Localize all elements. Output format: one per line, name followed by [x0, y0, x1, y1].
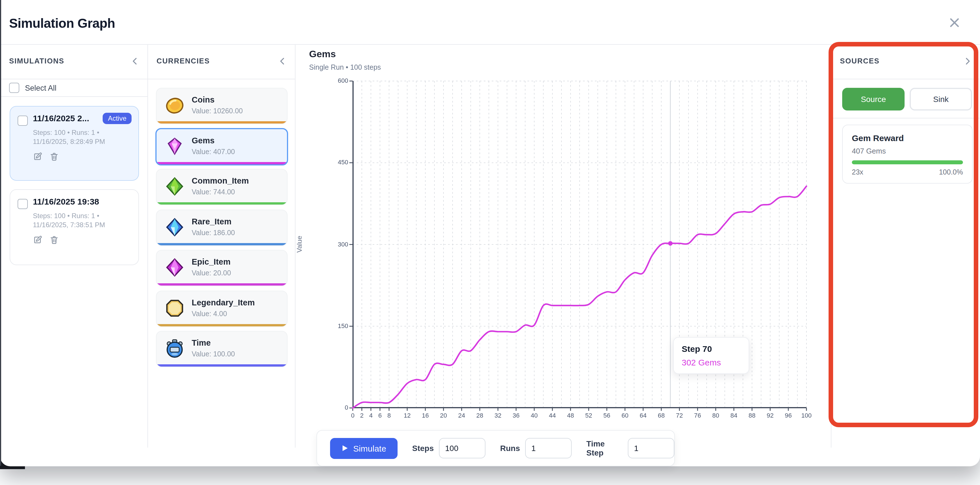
edit-icon: [33, 238, 43, 246]
y-tick-label: 300: [330, 241, 348, 247]
close-button[interactable]: [947, 15, 962, 30]
simulation-title: 11/16/2025 19:38: [33, 197, 99, 206]
currency-name: Time: [192, 338, 211, 347]
collapse-currencies-button[interactable]: [278, 57, 287, 66]
x-tick-label: 100: [799, 412, 814, 419]
currency-card-coins[interactable]: Coins Value: 10260.00: [156, 88, 288, 124]
currency-value: Value: 186.00: [192, 229, 235, 237]
chevron-right-icon: [963, 59, 972, 67]
currency-card-legendary-item[interactable]: Legendary_Item Value: 4.00: [156, 291, 288, 327]
divider: [0, 96, 148, 97]
x-tick-label: 76: [690, 412, 705, 419]
modal-header: Simulation Graph: [0, 0, 980, 45]
select-all-checkbox[interactable]: [9, 83, 19, 93]
currency-value: Value: 10260.00: [192, 107, 243, 115]
chevron-left-icon: [278, 59, 287, 67]
y-tick-label: 150: [330, 322, 348, 329]
simulations-panel-title: SIMULATIONS: [9, 57, 64, 65]
sources-panel-header: SOURCES: [831, 44, 980, 79]
x-tick-label: 36: [509, 412, 523, 419]
select-all-row: Select All: [9, 83, 56, 93]
x-tick-label: 72: [672, 412, 687, 419]
currency-card-time[interactable]: Time Value: 100.00: [156, 331, 288, 367]
currency-color-bar: [156, 243, 287, 245]
currency-color-bar: [156, 202, 287, 204]
currency-value: Value: 407.00: [192, 148, 235, 156]
source-tab[interactable]: Source: [842, 88, 905, 111]
time-step-input[interactable]: [628, 438, 674, 458]
divider: [831, 79, 980, 79]
x-tick-label: 28: [473, 412, 487, 419]
page-title: Simulation Graph: [9, 16, 115, 31]
simulation-title: 11/16/2025 2...: [33, 113, 89, 123]
y-axis-label: Value: [296, 236, 304, 253]
simulation-checkbox[interactable]: [18, 116, 28, 126]
x-tick-label: 84: [727, 412, 741, 419]
coin-icon: [164, 95, 185, 119]
x-tick-label: 40: [527, 412, 542, 419]
currencies-panel-title: CURRENCIES: [156, 57, 210, 65]
simulation-card-active[interactable]: 11/16/2025 2... Active Steps: 100 • Runs…: [10, 106, 139, 181]
simulation-meta: Steps: 100 • Runs: 1 • 11/16/2025, 8:28:…: [33, 128, 105, 146]
y-tick-label: 450: [330, 159, 348, 166]
currency-name: Coins: [192, 95, 215, 104]
currency-value: Value: 744.00: [192, 188, 235, 196]
source-item-gem-reward[interactable]: Gem Reward 407 Gems 23x 100.0%: [842, 125, 973, 184]
currency-color-bar: [156, 324, 287, 327]
simulate-button[interactable]: Simulate: [330, 438, 398, 459]
x-tick-label: 48: [563, 412, 578, 419]
hover-point: [668, 241, 673, 246]
gems-line-chart[interactable]: 0246812162024283236404448525660646872768…: [353, 81, 807, 408]
expand-sources-button[interactable]: [963, 57, 972, 66]
divider-chart-sources: [831, 44, 831, 448]
stopwatch-icon: [164, 338, 185, 361]
source-progress-track: [852, 160, 963, 164]
simulation-graph-modal: Simulation Graph SIMULATIONS: [0, 0, 980, 466]
collapse-simulations-button[interactable]: [130, 57, 140, 66]
x-tick-label: 8: [382, 412, 396, 419]
green-diamond-icon: [164, 176, 185, 200]
gold-gem-icon: [164, 298, 185, 321]
x-tick-label: 64: [636, 412, 651, 419]
simulation-card[interactable]: 11/16/2025 19:38 Steps: 100 • Runs: 1 • …: [10, 189, 139, 265]
chart-subtitle: Single Run • 100 steps: [309, 63, 381, 71]
currency-name: Epic_Item: [192, 257, 231, 266]
runs-input[interactable]: [525, 438, 572, 458]
currency-card-epic-item[interactable]: Epic_Item Value: 20.00: [156, 250, 288, 286]
x-tick-label: 12: [400, 412, 415, 419]
tooltip-step: Step 70: [682, 344, 741, 353]
divider: [148, 79, 295, 79]
delete-simulation-button[interactable]: [49, 152, 59, 162]
steps-input[interactable]: [439, 438, 485, 458]
backdrop-edge: [0, 0, 1, 466]
x-tick-label: 16: [418, 412, 433, 419]
edit-simulation-button[interactable]: [33, 235, 43, 245]
currency-name: Rare_Item: [192, 217, 231, 226]
select-all-label: Select All: [25, 84, 56, 92]
currency-name: Legendary_Item: [192, 298, 255, 307]
x-tick-label: 44: [545, 412, 560, 419]
currency-color-bar: [156, 283, 287, 285]
chevron-left-icon: [130, 59, 140, 67]
simulation-controls-bar: Simulate Steps Runs Time Step: [317, 430, 675, 466]
x-tick-label: 96: [781, 412, 796, 419]
currency-name: Common_Item: [192, 176, 249, 185]
runs-label: Runs: [500, 444, 520, 453]
currency-card-rare-item[interactable]: Rare_Item Value: 186.00: [156, 210, 288, 246]
x-tick-label: 88: [745, 412, 759, 419]
x-tick-label: 68: [654, 412, 669, 419]
x-tick-label: 60: [617, 412, 632, 419]
source-percent: 100.0%: [939, 168, 963, 176]
delete-simulation-button[interactable]: [49, 235, 59, 245]
play-icon: [341, 443, 348, 453]
currency-card-common-item[interactable]: Common_Item Value: 744.00: [156, 169, 288, 205]
chart-title: Gems: [309, 49, 336, 60]
currency-color-bar: [156, 162, 287, 164]
currency-name: Gems: [192, 136, 215, 145]
simulation-checkbox[interactable]: [18, 199, 28, 209]
edit-simulation-button[interactable]: [33, 152, 43, 162]
currency-card-gems[interactable]: Gems Value: 407.00: [155, 128, 288, 165]
divider: [831, 118, 980, 119]
active-badge: Active: [103, 113, 132, 124]
sink-tab[interactable]: Sink: [910, 88, 972, 111]
